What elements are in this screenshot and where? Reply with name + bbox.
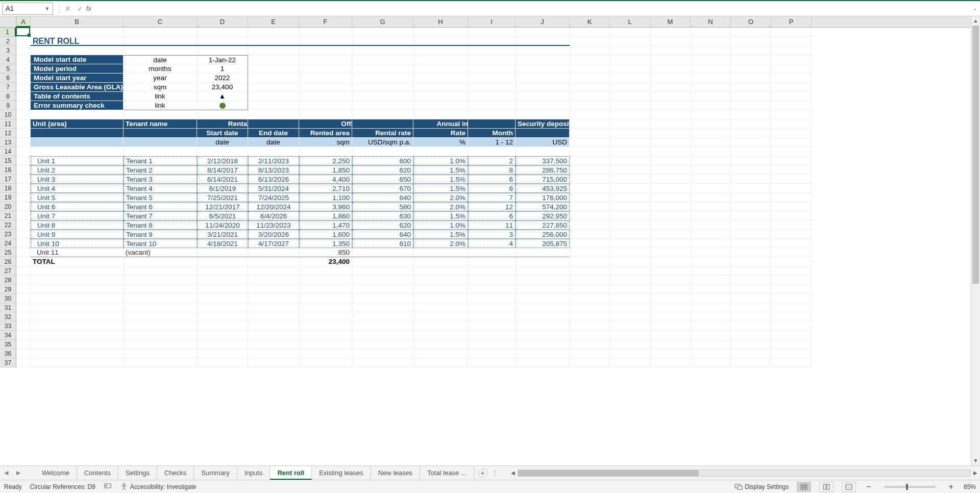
cell[interactable]: [691, 129, 731, 138]
row-header[interactable]: 24: [0, 239, 16, 248]
row-header[interactable]: 18: [0, 184, 16, 193]
cell[interactable]: [299, 73, 352, 83]
cell[interactable]: [650, 119, 691, 129]
cell[interactable]: [197, 46, 248, 55]
cell[interactable]: [352, 340, 413, 349]
cell[interactable]: [197, 110, 248, 119]
cell[interactable]: [650, 276, 691, 285]
cell[interactable]: [691, 358, 731, 367]
cell[interactable]: 23,400: [197, 83, 248, 92]
cell[interactable]: 1,860: [299, 211, 352, 220]
cell[interactable]: [691, 257, 731, 266]
cell[interactable]: [610, 276, 650, 285]
cell[interactable]: [299, 349, 352, 358]
cell[interactable]: [124, 276, 197, 285]
cell[interactable]: [650, 193, 691, 202]
macro-record-icon[interactable]: [104, 482, 112, 491]
cell[interactable]: Unit 5: [31, 193, 124, 202]
cell[interactable]: [16, 230, 31, 239]
accept-formula-icon[interactable]: ✓: [74, 3, 86, 15]
cell[interactable]: [197, 303, 248, 312]
cell[interactable]: [610, 312, 650, 322]
cell[interactable]: [691, 83, 731, 92]
cell[interactable]: 850: [299, 248, 352, 257]
cell[interactable]: [610, 129, 650, 138]
cell[interactable]: [248, 101, 299, 110]
cell[interactable]: [197, 266, 248, 276]
cell[interactable]: [610, 230, 650, 239]
cell[interactable]: [31, 285, 124, 294]
cell[interactable]: [610, 147, 650, 156]
cell[interactable]: 1,350: [299, 239, 352, 248]
cell[interactable]: [352, 28, 413, 37]
spreadsheet-grid[interactable]: ABCDEFGHIJKLMNOP 12345678910111213141516…: [0, 16, 971, 465]
cell[interactable]: [771, 211, 812, 220]
cell[interactable]: [570, 230, 610, 239]
cell[interactable]: [650, 230, 691, 239]
cell[interactable]: Tenant 6: [124, 202, 197, 211]
cell[interactable]: [197, 331, 248, 340]
sheet-tab[interactable]: Rent roll: [270, 466, 312, 480]
cell[interactable]: [691, 211, 731, 220]
cell[interactable]: Model period: [31, 64, 124, 73]
cell[interactable]: [650, 165, 691, 175]
cell[interactable]: 6: [468, 211, 516, 220]
cell[interactable]: Unit (area): [31, 119, 124, 129]
cell[interactable]: [610, 285, 650, 294]
sheet-nav-prev-icon[interactable]: ◀: [0, 470, 12, 476]
sheet-nav-next-icon[interactable]: ▶: [12, 470, 24, 476]
cell[interactable]: [771, 276, 812, 285]
cell[interactable]: [16, 285, 31, 294]
column-header[interactable]: P: [771, 16, 812, 27]
cell[interactable]: [16, 147, 31, 156]
cell[interactable]: [248, 257, 299, 266]
cell[interactable]: [352, 64, 413, 73]
cell[interactable]: [731, 28, 771, 37]
column-header[interactable]: N: [691, 16, 731, 27]
cell[interactable]: [650, 138, 691, 147]
cell[interactable]: [197, 294, 248, 303]
cell[interactable]: [197, 276, 248, 285]
cell[interactable]: [570, 55, 610, 64]
cell[interactable]: [413, 276, 468, 285]
cell[interactable]: [650, 358, 691, 367]
row-header[interactable]: 1: [0, 28, 16, 37]
cell[interactable]: [16, 64, 31, 73]
row-header[interactable]: 20: [0, 202, 16, 211]
cell[interactable]: [691, 28, 731, 37]
cell[interactable]: [299, 28, 352, 37]
column-header[interactable]: O: [731, 16, 771, 27]
cell[interactable]: [413, 46, 468, 55]
cell[interactable]: [731, 358, 771, 367]
cell[interactable]: date: [248, 138, 299, 147]
row-header[interactable]: 3: [0, 46, 16, 55]
cell[interactable]: [413, 322, 468, 331]
cell[interactable]: [16, 73, 31, 83]
cell[interactable]: [299, 303, 352, 312]
cell[interactable]: Rate: [413, 129, 468, 138]
cell[interactable]: [570, 331, 610, 340]
cell[interactable]: Model start year: [31, 73, 124, 83]
cell[interactable]: [731, 285, 771, 294]
scroll-up-icon[interactable]: ▲: [971, 16, 980, 26]
cell[interactable]: [16, 55, 31, 64]
row-header[interactable]: 29: [0, 285, 16, 294]
cell[interactable]: Tenant 9: [124, 230, 197, 239]
cell[interactable]: [691, 46, 731, 55]
column-header[interactable]: G: [352, 16, 413, 27]
cell[interactable]: [124, 322, 197, 331]
cell[interactable]: [650, 92, 691, 101]
cell[interactable]: [516, 349, 570, 358]
cell[interactable]: [352, 73, 413, 83]
cell[interactable]: 640: [352, 193, 413, 202]
cell[interactable]: [650, 28, 691, 37]
horizontal-scrollbar[interactable]: ◀ ▶: [508, 470, 980, 477]
cell[interactable]: [771, 266, 812, 276]
column-header[interactable]: J: [516, 16, 570, 27]
sheet-tab[interactable]: Summary: [194, 466, 237, 480]
cell[interactable]: [16, 257, 31, 266]
cell[interactable]: [248, 64, 299, 73]
cell[interactable]: [299, 312, 352, 322]
cell[interactable]: 2,250: [299, 156, 352, 165]
cell[interactable]: [299, 266, 352, 276]
